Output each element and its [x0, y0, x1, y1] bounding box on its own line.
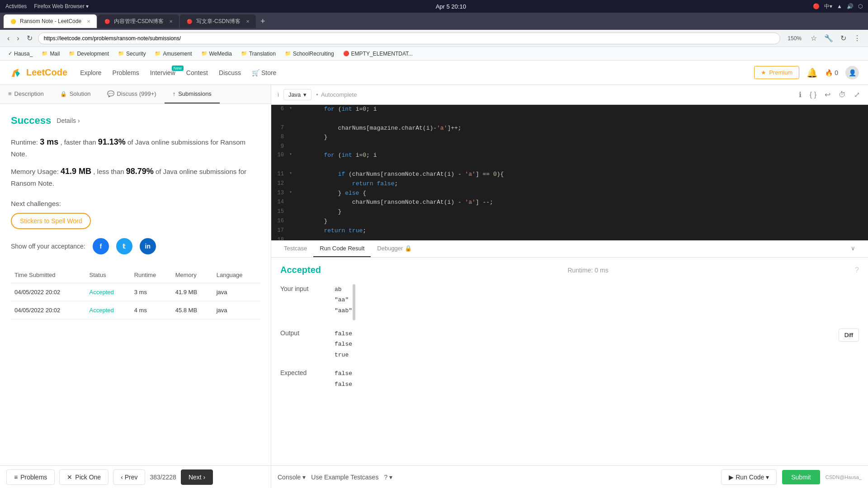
menu-button[interactable]: ⋮ [852, 32, 863, 44]
extensions-button[interactable]: 🔧 [822, 32, 835, 44]
pick-one-button[interactable]: ✕ Pick One [59, 469, 108, 485]
twitter-share-button[interactable]: 𝕥 [116, 238, 132, 254]
bookmark-development[interactable]: 📁 Development [65, 50, 113, 58]
tab-debugger[interactable]: Debugger 🔒 [371, 240, 418, 257]
bookmark-schoolrecruiting[interactable]: 📁 SchoolRecruiting [281, 50, 338, 58]
tab-description[interactable]: ≡ Description [0, 85, 52, 103]
result-help-icon[interactable]: ? [855, 266, 859, 274]
user-avatar[interactable]: 👤 [845, 66, 859, 80]
network-icon[interactable]: ▲ [837, 3, 842, 9]
forward-button[interactable]: › [15, 33, 21, 44]
nav-contest[interactable]: Contest [186, 69, 208, 76]
tab-submissions[interactable]: ↑ Submissions [165, 85, 220, 103]
cell-time: 04/05/2022 20:02 [11, 301, 86, 319]
code-editor[interactable]: 6 ▾ for (int i=0; i 7 charNums[magazine.… [271, 105, 868, 240]
url-input[interactable] [38, 33, 781, 44]
cell-status[interactable]: Accepted [86, 301, 131, 319]
next-challenges-label: Next challenges: [11, 200, 260, 207]
stats-section: Runtime: 3 ms , faster than 91.13% of Ja… [11, 136, 260, 189]
bookmark-security[interactable]: 📁 Security [114, 50, 149, 58]
tab-solution-label: Solution [70, 90, 91, 97]
tab-run-code-result[interactable]: Run Code Result [313, 240, 371, 257]
bookmark-empty[interactable]: 🔴 EMPTY_ELEMENTDAT... [340, 50, 416, 58]
os-bar-clock: Apr 5 20:10 [436, 3, 466, 10]
notification-icon[interactable]: 🔴 [813, 3, 820, 9]
info-button[interactable]: ℹ [797, 89, 803, 101]
tab-close-csdn1[interactable]: ✕ [169, 19, 173, 24]
bookmark-icon-mail: 📁 [42, 51, 48, 56]
bookmark-hausa[interactable]: ✓ Hausa_ [5, 50, 36, 58]
cell-status[interactable]: Accepted [86, 283, 131, 301]
new-tab-button[interactable]: + [257, 17, 269, 26]
bookmark-button[interactable]: ☆ [809, 32, 819, 44]
tab-favicon-leetcode: 🟡 [10, 18, 16, 24]
tab-solution[interactable]: 🔒 Solution [52, 85, 99, 103]
bookmark-icon-amusement: 📁 [155, 51, 161, 56]
discuss-icon: 💬 [107, 90, 114, 97]
diff-button[interactable]: Diff [839, 328, 859, 342]
settings-button[interactable]: ⏱ [837, 89, 848, 101]
browser-tab-csdn1[interactable]: 🔴 内容管理-CSDN博客 ✕ [98, 14, 179, 28]
notification-bell-icon[interactable]: 🔔 [807, 67, 818, 78]
fullscreen-button[interactable]: ⤢ [852, 89, 862, 101]
details-link[interactable]: Details › [57, 117, 80, 124]
linkedin-share-button[interactable]: in [140, 238, 156, 254]
facebook-share-button[interactable]: f [93, 238, 109, 254]
nav-problems[interactable]: Problems [113, 69, 139, 76]
activities-label[interactable]: Activities [5, 3, 27, 9]
stickers-challenge-button[interactable]: Stickers to Spell Word [11, 213, 91, 229]
autocomplete-toggle[interactable]: • Autocomplete [316, 91, 357, 98]
format-button[interactable]: { } [808, 89, 818, 101]
battery-icon: ⬡ [858, 3, 863, 9]
volume-icon[interactable]: 🔊 [847, 3, 854, 9]
tab-close-csdn2[interactable]: ✕ [246, 19, 250, 24]
run-code-button[interactable]: ▶ Run Code ▾ [721, 469, 777, 485]
premium-button[interactable]: ★ Premium [754, 66, 799, 79]
tab-expand-button[interactable]: ∨ [844, 240, 862, 257]
nav-explore[interactable]: Explore [80, 69, 101, 76]
input-scrollbar[interactable] [352, 284, 356, 320]
reload-button[interactable]: ↻ [25, 32, 34, 44]
line-content: return false; [296, 179, 868, 189]
nav-discuss[interactable]: Discuss [219, 69, 241, 76]
firefox-label[interactable]: Firefox Web Browser ▾ [34, 3, 89, 9]
your-input-row: Your input ab"aa""aab" [280, 284, 859, 320]
help-button[interactable]: ? ▾ [384, 474, 392, 481]
prev-button[interactable]: ‹ Prev [113, 469, 145, 485]
lang-dropdown-icon: ▾ [303, 91, 307, 98]
use-example-testcases-button[interactable]: Use Example Testcases [311, 474, 378, 481]
cell-time: 04/05/2022 20:02 [11, 283, 86, 301]
back-button[interactable]: ‹ [5, 33, 11, 44]
input-method[interactable]: 中▾ [824, 3, 832, 10]
tab-testcase[interactable]: Testcase [278, 240, 313, 257]
collapse-icon [289, 179, 296, 189]
sync-button[interactable]: ↻ [839, 32, 848, 44]
browser-tab-leetcode[interactable]: 🟡 Ransom Note - LeetCode ✕ [4, 14, 97, 28]
problems-button[interactable]: ≡ Problems [6, 469, 55, 485]
page-info: 383/2228 [150, 474, 176, 481]
problems-label: Problems [20, 474, 47, 481]
lc-logo[interactable]: LeetCode [9, 66, 67, 80]
lc-nav: Explore Problems Interview New Contest D… [80, 69, 276, 76]
code-line: 14 charNums[ransomNote.charAt(i) - 'a'] … [271, 198, 868, 207]
tab-close-leetcode[interactable]: ✕ [87, 19, 90, 24]
nav-store[interactable]: 🛒 Store [252, 69, 276, 76]
bookmark-amusement[interactable]: 📁 Amusement [151, 50, 195, 58]
bookmark-wemedia[interactable]: 📁 WeMedia [198, 50, 236, 58]
bookmark-icon-security: 📁 [118, 51, 124, 56]
success-text: Success [11, 115, 51, 127]
console-button[interactable]: Console ▾ [278, 474, 306, 481]
next-button[interactable]: Next › [181, 469, 213, 485]
code-line: 6 ▾ for (int i=0; i [271, 105, 868, 124]
code-line: 10 ▾ for (int i=0; i [271, 151, 868, 170]
language-selector[interactable]: Java ▾ [283, 89, 311, 100]
nav-interview[interactable]: Interview New [150, 69, 175, 76]
undo-button[interactable]: ↩ [823, 89, 832, 101]
col-language: Language [213, 267, 260, 283]
bookmark-mail[interactable]: 📁 Mail [38, 50, 63, 58]
browser-tab-csdn2[interactable]: 🔴 写文章-CSDN博客 ✕ [180, 14, 256, 28]
tab-discuss[interactable]: 💬 Discuss (999+) [99, 85, 165, 103]
submit-button[interactable]: Submit [782, 470, 820, 484]
line-number: 11 [271, 170, 289, 179]
bookmark-translation[interactable]: 📁 Translation [237, 50, 279, 58]
